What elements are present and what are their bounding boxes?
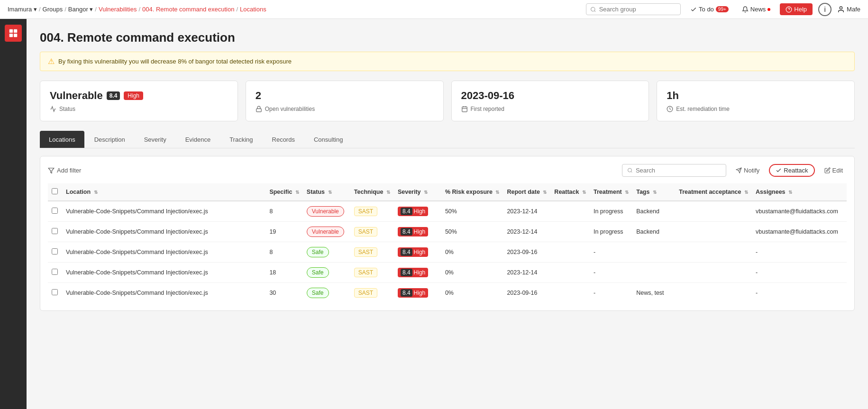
news-button[interactable]: News bbox=[738, 4, 775, 15]
tab-tracking[interactable]: Tracking bbox=[220, 131, 262, 148]
col-header-location[interactable]: Location ⇅ bbox=[62, 183, 265, 201]
add-filter-button[interactable]: Add filter bbox=[48, 167, 81, 174]
col-header-report[interactable]: Report date ⇅ bbox=[503, 183, 550, 201]
todo-button[interactable]: To do 99+ bbox=[686, 4, 732, 15]
svg-point-0 bbox=[591, 7, 595, 11]
stat-card-open: 2 Open vulnerabilities bbox=[246, 81, 444, 121]
cell-report-3: 2023-12-14 bbox=[503, 263, 550, 283]
notify-button[interactable]: Notify bbox=[732, 165, 763, 176]
table-row: Vulnerable-Code-Snippets/Command Injecti… bbox=[48, 263, 847, 283]
row-checkbox-2[interactable] bbox=[52, 248, 58, 254]
svg-marker-15 bbox=[48, 168, 54, 173]
col-header-specific[interactable]: Specific ⇅ bbox=[265, 183, 302, 201]
severity-score-1: 8.4 bbox=[401, 228, 412, 236]
logo-icon bbox=[8, 28, 18, 38]
col-header-risk[interactable]: % Risk exposure ⇅ bbox=[441, 183, 503, 201]
col-header-assignees[interactable]: Assignees ⇅ bbox=[752, 183, 847, 201]
col-header-reattack[interactable]: Reattack ⇅ bbox=[550, 183, 590, 201]
col-header-treatment[interactable]: Treatment ⇅ bbox=[590, 183, 632, 201]
row-checkbox-1[interactable] bbox=[52, 228, 58, 234]
cell-assignees-0: vbustamante@fluidattacks.com bbox=[752, 201, 847, 222]
cell-report-0: 2023-12-14 bbox=[503, 201, 550, 222]
tab-severity[interactable]: Severity bbox=[135, 131, 175, 148]
group-search-box[interactable] bbox=[586, 3, 681, 15]
breadcrumb-locations[interactable]: Locations bbox=[240, 6, 266, 13]
tab-description[interactable]: Description bbox=[85, 131, 134, 148]
locations-table: Location ⇅ Specific ⇅ Status ⇅ Technique… bbox=[48, 183, 847, 303]
cell-assignees-1: vbustamante@fluidattacks.com bbox=[752, 222, 847, 242]
edit-icon bbox=[824, 167, 831, 173]
tab-evidence[interactable]: Evidence bbox=[176, 131, 219, 148]
svg-rect-10 bbox=[462, 107, 467, 112]
cell-tags-1: Backend bbox=[632, 222, 675, 242]
technique-badge-2: SAST bbox=[354, 247, 377, 257]
cell-assignees-4: - bbox=[752, 283, 847, 303]
breadcrumb: Imamura ▾ / Groups / Bangor ▾ / Vulnerab… bbox=[8, 6, 582, 13]
help-button[interactable]: Help bbox=[780, 3, 813, 15]
sort-risk-icon: ⇅ bbox=[495, 190, 499, 195]
table-section: Add filter Notify Reattack Ed bbox=[40, 156, 855, 311]
cell-technique-3: SAST bbox=[350, 263, 394, 283]
filter-icon bbox=[48, 167, 55, 174]
cell-technique-2: SAST bbox=[350, 242, 394, 263]
table-search-box[interactable] bbox=[622, 164, 726, 177]
breadcrumb-groups[interactable]: Groups bbox=[43, 6, 63, 13]
nav-right: To do 99+ News Help i Mafe bbox=[586, 3, 860, 16]
severity-score-0: 8.4 bbox=[401, 208, 412, 215]
sort-location-icon: ⇅ bbox=[94, 190, 98, 195]
breadcrumb-imamura[interactable]: Imamura ▾ bbox=[8, 6, 37, 13]
row-checkbox-0[interactable] bbox=[52, 208, 58, 214]
row-checkbox-4[interactable] bbox=[52, 289, 58, 295]
tab-locations[interactable]: Locations bbox=[40, 131, 84, 148]
info-button[interactable]: i bbox=[818, 3, 831, 16]
high-badge: High bbox=[124, 91, 143, 100]
severity-label-1: High bbox=[414, 228, 426, 235]
sidebar-logo[interactable] bbox=[5, 25, 22, 42]
cell-treatment-3: - bbox=[590, 263, 632, 283]
col-header-severity[interactable]: Severity ⇅ bbox=[394, 183, 441, 201]
row-checkbox-3[interactable] bbox=[52, 269, 58, 275]
edit-button[interactable]: Edit bbox=[821, 165, 847, 176]
svg-rect-8 bbox=[14, 34, 17, 37]
severity-score-3: 8.4 bbox=[401, 269, 412, 276]
table-row: Vulnerable-Code-Snippets/Command Injecti… bbox=[48, 222, 847, 242]
check-icon bbox=[776, 167, 782, 173]
col-header-acceptance[interactable]: Treatment acceptance ⇅ bbox=[675, 183, 752, 201]
breadcrumb-vuln-name[interactable]: 004. Remote command execution bbox=[142, 6, 234, 13]
bell-icon bbox=[742, 6, 749, 13]
sort-technique-icon: ⇅ bbox=[386, 190, 390, 195]
select-all-checkbox[interactable] bbox=[52, 188, 58, 194]
cell-acceptance-2 bbox=[675, 242, 752, 263]
reattack-button[interactable]: Reattack bbox=[769, 164, 814, 177]
technique-badge-3: SAST bbox=[354, 268, 377, 277]
svg-rect-6 bbox=[14, 29, 17, 33]
sort-acceptance-icon: ⇅ bbox=[744, 190, 748, 195]
tab-records[interactable]: Records bbox=[263, 131, 304, 148]
sort-tags-icon: ⇅ bbox=[653, 190, 657, 195]
col-header-tags[interactable]: Tags ⇅ bbox=[632, 183, 675, 201]
tab-consulting[interactable]: Consulting bbox=[305, 131, 352, 148]
user-icon bbox=[837, 6, 845, 13]
severity-badge-4: 8.4 High bbox=[398, 288, 428, 298]
svg-point-16 bbox=[628, 168, 632, 172]
stat-value-status: Vulnerable 8.4 High bbox=[50, 90, 228, 102]
table-row: Vulnerable-Code-Snippets/Command Injecti… bbox=[48, 283, 847, 303]
col-header-technique[interactable]: Technique ⇅ bbox=[350, 183, 394, 201]
sort-treatment-icon: ⇅ bbox=[625, 190, 629, 195]
breadcrumb-bangor[interactable]: Bangor ▾ bbox=[68, 6, 93, 13]
cell-report-2: 2023-09-16 bbox=[503, 242, 550, 263]
table-search-input[interactable] bbox=[636, 167, 721, 174]
cell-severity-0: 8.4 High bbox=[394, 201, 441, 222]
breadcrumb-vulnerabilities[interactable]: Vulnerabilities bbox=[99, 6, 137, 13]
severity-badge-1: 8.4 High bbox=[398, 227, 428, 236]
cell-location-0: Vulnerable-Code-Snippets/Command Injecti… bbox=[62, 201, 265, 222]
group-search-input[interactable] bbox=[599, 6, 676, 13]
severity-label-3: High bbox=[414, 269, 426, 276]
col-header-status[interactable]: Status ⇅ bbox=[303, 183, 350, 201]
cell-status-3: Safe bbox=[303, 263, 350, 283]
user-button[interactable]: Mafe bbox=[837, 6, 860, 13]
warning-icon: ⚠ bbox=[48, 57, 55, 66]
severity-score-4: 8.4 bbox=[401, 289, 412, 297]
sort-status-icon: ⇅ bbox=[328, 190, 332, 195]
cell-treatment-1: In progress bbox=[590, 222, 632, 242]
